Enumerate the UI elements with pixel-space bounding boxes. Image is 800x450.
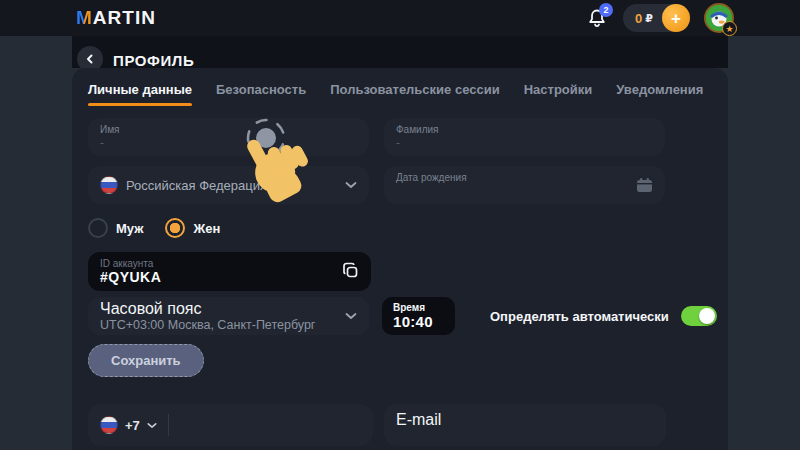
gender-option-female[interactable]: Жен (165, 218, 220, 238)
birth-date-label: Дата рождения (396, 172, 653, 184)
avatar-star-badge: ★ (722, 21, 737, 36)
auto-detect-row: Определять автоматически (490, 306, 717, 326)
user-avatar[interactable]: ★ (704, 3, 734, 33)
phone-divider (168, 414, 169, 436)
tab-notifications[interactable]: Уведомления (616, 82, 703, 106)
auto-detect-toggle[interactable] (681, 306, 717, 326)
balance-amount: 0 (635, 11, 642, 26)
brand-logo-rest: ARTIN (93, 7, 156, 28)
gender-female-label: Жен (193, 221, 220, 236)
current-time-pill: Время 10:40 (382, 297, 455, 335)
top-bar: MARTIN 2 0 ₽ + (0, 0, 800, 36)
email-input[interactable]: E-mail (384, 404, 666, 446)
timezone-value: UTC+03:00 Москва, Санкт-Петербург (100, 318, 337, 332)
last-name-input[interactable]: Фамилия - (384, 118, 665, 156)
notifications-button[interactable]: 2 (585, 6, 609, 30)
account-id-field[interactable]: ID аккаунта #QYUKA (88, 252, 371, 291)
first-name-label: Имя (100, 124, 357, 136)
timezone-texts: Часовой пояс UTC+03:00 Москва, Санкт-Пет… (100, 300, 337, 332)
timezone-select[interactable]: Часовой пояс UTC+03:00 Москва, Санкт-Пет… (88, 297, 369, 335)
gender-radio-group: Муж Жен (88, 218, 220, 238)
copy-id-button[interactable] (342, 262, 359, 279)
notifications-badge: 2 (599, 3, 613, 17)
calendar-icon[interactable] (636, 177, 653, 193)
birth-date-input[interactable]: Дата рождения (384, 166, 665, 204)
timezone-label: Часовой пояс (100, 300, 337, 318)
russia-flag-icon (100, 176, 118, 194)
chevron-down-icon (345, 181, 357, 189)
phone-country-flag-icon (100, 416, 118, 434)
phone-code-value: +7 (125, 418, 140, 433)
brand-logo[interactable]: MARTIN (76, 7, 156, 29)
tab-user-sessions[interactable]: Пользовательские сессии (330, 82, 500, 106)
radio-checked-icon (165, 218, 185, 238)
last-name-label: Фамилия (396, 124, 653, 136)
profile-panel: Личные данные Безопасность Пользовательс… (72, 68, 728, 450)
balance-currency: ₽ (645, 12, 653, 25)
tab-security[interactable]: Безопасность (216, 82, 306, 106)
topbar-actions: 2 0 ₽ + ★ (585, 0, 734, 36)
last-name-value: - (396, 136, 653, 150)
profile-header: ПРОФИЛЬ (72, 36, 728, 68)
gender-male-label: Муж (116, 221, 143, 236)
country-select[interactable]: Российская Федерация (88, 166, 369, 204)
tab-personal-data[interactable]: Личные данные (88, 82, 192, 106)
brand-logo-m: M (76, 7, 93, 28)
balance-pill: 0 ₽ + (623, 4, 690, 32)
radio-unchecked-icon (88, 218, 108, 238)
first-name-value: - (100, 136, 357, 150)
gender-option-male[interactable]: Муж (88, 218, 143, 238)
time-label: Время (393, 302, 455, 313)
page-title: ПРОФИЛЬ (113, 52, 194, 69)
phone-input[interactable]: +7 (88, 404, 373, 446)
auto-detect-label: Определять автоматически (490, 309, 669, 324)
country-value: Российская Федерация (126, 178, 337, 193)
tab-settings[interactable]: Настройки (524, 82, 593, 106)
account-id-value: #QYUKA (100, 269, 359, 285)
account-id-label: ID аккаунта (100, 258, 359, 269)
copy-icon (342, 262, 359, 279)
deposit-button[interactable]: + (662, 4, 690, 32)
main-content: ПРОФИЛЬ Личные данные Безопасность Польз… (72, 36, 728, 450)
save-button[interactable]: Сохранить (88, 344, 204, 377)
email-label: E-mail (396, 411, 654, 429)
profile-tabs: Личные данные Безопасность Пользовательс… (88, 82, 703, 106)
toggle-knob (699, 308, 715, 324)
first-name-input[interactable]: Имя - (88, 118, 369, 156)
time-value: 10:40 (393, 313, 455, 330)
chevron-down-icon (345, 312, 357, 320)
chevron-down-icon[interactable] (147, 422, 157, 429)
chevron-left-icon (84, 53, 96, 65)
